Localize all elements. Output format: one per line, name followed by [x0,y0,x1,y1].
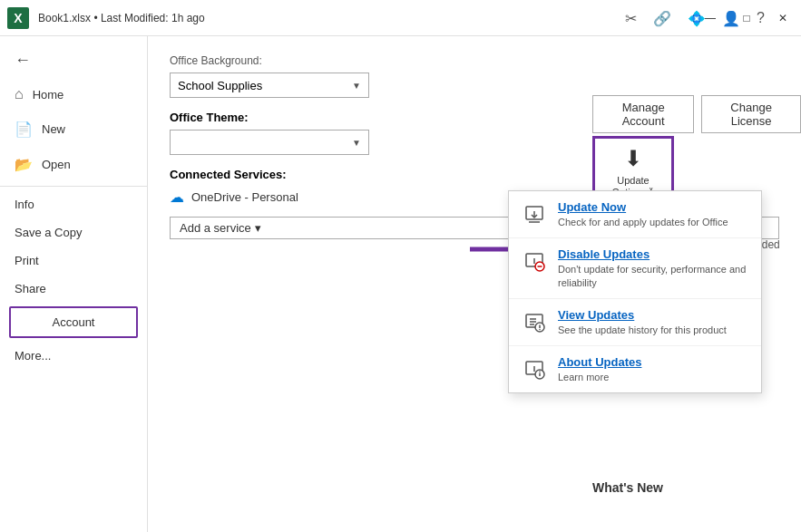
about-updates-desc: Learn more [558,371,748,383]
sidebar-item-account[interactable]: Account [9,306,138,338]
view-updates-title: View Updates [558,308,748,322]
link-icon[interactable]: 🔗 [653,9,671,26]
new-file-icon: 📄 [15,121,33,138]
minimize-button[interactable]: — [692,0,728,36]
disable-updates-icon [522,249,547,275]
disable-updates-desc: Don't update for security, performance a… [558,263,748,289]
change-license-button[interactable]: Change License [701,95,801,133]
menu-item-disable-updates[interactable]: Disable Updates Don't update for securit… [509,238,761,299]
sidebar-divider [0,186,147,187]
bg-dropdown-row: School Supplies ▼ [170,73,779,98]
scissors-icon[interactable]: ✂ [625,9,637,26]
update-now-icon [522,202,547,227]
svg-point-20 [539,371,541,372]
svg-point-15 [539,329,541,331]
view-updates-desc: See the update history for this product [558,324,748,336]
bg-dropdown-arrow: ▼ [352,81,361,91]
view-updates-text: View Updates See the update history for … [558,308,748,336]
whats-new-row: What's New [592,480,663,495]
menu-item-about-updates[interactable]: About Updates Learn more [509,346,761,392]
close-button[interactable]: ✕ [765,0,801,36]
about-updates-text: About Updates Learn more [558,355,748,383]
back-button[interactable]: ← [0,44,147,77]
sidebar-item-home[interactable]: ⌂ Home [0,77,147,111]
about-updates-title: About Updates [558,355,748,369]
manage-account-button[interactable]: Manage Account [592,95,694,133]
disable-updates-text: Disable Updates Don't update for securit… [558,247,748,289]
update-dropdown-menu: Update Now Check for and apply updates f… [508,190,762,393]
office-bg-label: Office Background: [170,54,779,67]
onedrive-icon: ☁ [170,189,184,206]
about-updates-icon [522,357,547,382]
whats-new-title: What's New [592,480,663,495]
file-title: Book1.xlsx • Last Modified: 1h ago [38,12,205,24]
sidebar-item-info[interactable]: Info [0,190,147,218]
sidebar-item-print[interactable]: Print [0,247,147,275]
theme-dropdown-arrow: ▼ [352,138,361,148]
excel-icon: X [7,7,29,29]
menu-item-view-updates[interactable]: View Updates See the update history for … [509,299,761,346]
sidebar-item-save-copy[interactable]: Save a Copy [0,218,147,247]
titlebar: X Book1.xlsx • Last Modified: 1h ago ✂ 🔗… [0,0,801,36]
sidebar-item-share[interactable]: Share [0,275,147,303]
sidebar: ← ⌂ Home 📄 New 📂 Open Info Save a Copy [0,36,148,532]
theme-dropdown[interactable]: ▼ [170,130,369,155]
manage-row: Manage Account Change License [592,95,801,151]
sidebar-nav: ⌂ Home 📄 New 📂 Open Info Save a Copy Pri… [0,77,147,532]
update-now-desc: Check for and apply updates for Office [558,216,748,228]
update-now-text: Update Now Check for and apply updates f… [558,200,748,228]
add-service-arrow-icon: ▾ [255,221,261,235]
manage-buttons: Manage Account Change License [592,95,801,133]
menu-item-update-now[interactable]: Update Now Check for and apply updates f… [509,191,761,238]
home-icon: ⌂ [15,86,24,102]
sidebar-item-open[interactable]: 📂 Open [0,147,147,182]
disable-updates-title: Disable Updates [558,247,748,261]
update-now-title: Update Now [558,200,748,214]
sidebar-item-new[interactable]: 📄 New [0,111,147,147]
back-icon: ← [15,51,31,70]
window-controls: — □ ✕ [692,0,801,36]
bg-dropdown[interactable]: School Supplies ▼ [170,73,369,98]
maximize-button[interactable]: □ [728,0,765,36]
open-folder-icon: 📂 [15,156,33,173]
sidebar-item-more[interactable]: More... [0,342,147,370]
view-updates-icon [522,310,547,335]
